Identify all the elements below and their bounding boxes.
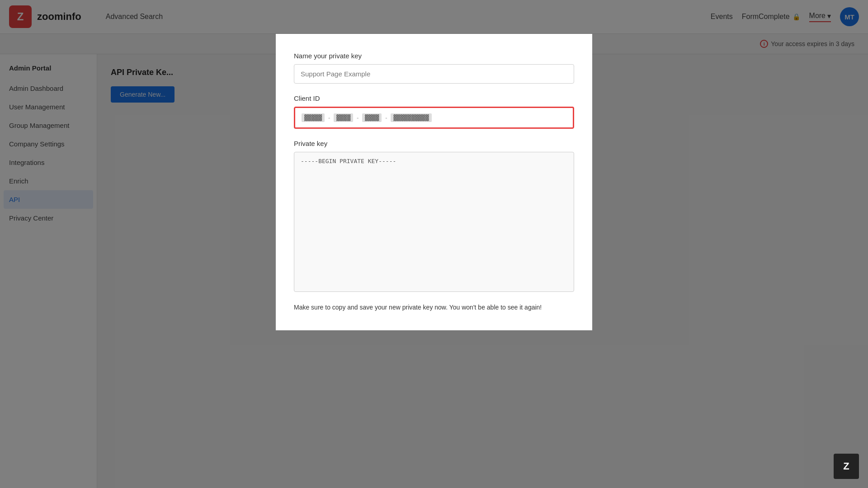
bottom-watermark: Z: [834, 454, 859, 479]
client-id-seg3: ▓▓▓▓: [362, 113, 382, 122]
client-id-label: Client ID: [294, 94, 574, 102]
watermark-letter: Z: [843, 460, 849, 472]
modal: Name your private key Client ID ▓▓▓▓▓ - …: [276, 34, 592, 330]
modal-overlay: Name your private key Client ID ▓▓▓▓▓ - …: [0, 0, 868, 488]
client-id-content: ▓▓▓▓▓ - ▓▓▓▓ - ▓▓▓▓ - ▓▓▓▓▓▓▓▓▓▓: [302, 113, 566, 122]
name-input[interactable]: [294, 64, 574, 84]
notice-text: Make sure to copy and save your new priv…: [294, 303, 574, 312]
client-id-seg1: ▓▓▓▓▓: [302, 113, 325, 122]
client-id-seg2: ▓▓▓▓: [334, 113, 353, 122]
client-id-field[interactable]: ▓▓▓▓▓ - ▓▓▓▓ - ▓▓▓▓ - ▓▓▓▓▓▓▓▓▓▓: [294, 107, 574, 129]
private-key-textarea[interactable]: -----BEGIN PRIVATE KEY-----: [294, 152, 574, 292]
client-id-seg4: ▓▓▓▓▓▓▓▓▓▓: [391, 113, 431, 122]
name-label: Name your private key: [294, 52, 574, 60]
private-key-label: Private key: [294, 140, 574, 147]
